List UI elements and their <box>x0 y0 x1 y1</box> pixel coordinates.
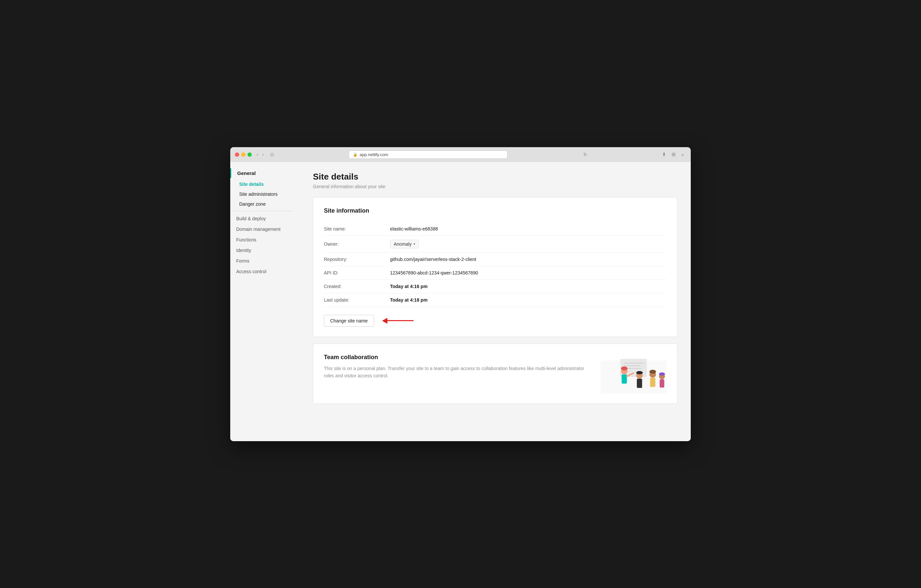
chevron-down-icon: ▾ <box>413 242 415 246</box>
site-name-label: Site name: <box>324 226 390 232</box>
arrow-indicator <box>382 318 413 324</box>
team-illustration <box>600 354 667 393</box>
add-tab-button[interactable]: + <box>679 151 686 158</box>
svg-point-13 <box>649 370 656 374</box>
button-row: Change site name <box>324 315 667 327</box>
repository-row: Repository: github.com/jayair/serverless… <box>324 253 667 266</box>
owner-label: Owner: <box>324 241 390 247</box>
address-bar: 🔒 app.netlify.com <box>349 151 508 159</box>
repository-value: github.com/jayair/serverless-stack-2-cli… <box>390 257 477 262</box>
owner-value: Anomaly <box>394 241 412 247</box>
sidebar: General Site details Site administrators… <box>230 162 300 441</box>
forward-button[interactable]: › <box>261 151 266 158</box>
page-title: Site details <box>313 172 677 182</box>
site-name-value: elastic-williams-e68388 <box>390 226 438 232</box>
api-id-value: 1234567890-abcd-1234-qwer-1234567890 <box>390 270 478 276</box>
browser-content: General Site details Site administrators… <box>230 162 691 441</box>
svg-rect-7 <box>622 374 627 383</box>
change-site-name-button[interactable]: Change site name <box>324 315 374 327</box>
arrow-line <box>387 320 413 321</box>
sidebar-toggle-button[interactable]: ⊡ <box>268 151 275 158</box>
svg-rect-17 <box>660 379 664 388</box>
site-information-card: Site information Site name: elastic-will… <box>313 197 677 337</box>
sidebar-item-danger-zone[interactable]: Danger zone <box>230 199 300 209</box>
site-name-row: Site name: elastic-williams-e68388 <box>324 222 667 236</box>
share-button[interactable]: ⬆ <box>660 151 668 158</box>
lock-icon: 🔒 <box>353 153 358 157</box>
minimize-button[interactable] <box>241 153 246 157</box>
svg-point-10 <box>636 371 643 374</box>
close-button[interactable] <box>235 153 239 157</box>
created-row: Created: Today at 4:16 pm <box>324 280 667 293</box>
sidebar-item-identity[interactable]: Identity <box>230 245 300 256</box>
last-update-value: Today at 4:18 pm <box>390 297 428 302</box>
nav-buttons: ‹ › <box>255 151 265 158</box>
new-tab-button[interactable]: ⊞ <box>670 151 678 158</box>
owner-dropdown[interactable]: Anomaly ▾ <box>390 240 419 249</box>
sidebar-item-forms[interactable]: Forms <box>230 256 300 266</box>
api-id-row: API ID: 1234567890-abcd-1234-qwer-123456… <box>324 266 667 280</box>
main-content: Site details General information about y… <box>300 162 691 441</box>
svg-point-16 <box>659 372 665 376</box>
back-button[interactable]: ‹ <box>255 151 260 158</box>
arrow-head <box>382 318 387 324</box>
repository-label: Repository: <box>324 257 390 262</box>
sidebar-general-title: General <box>230 168 300 178</box>
browser-window: ‹ › ⊡ 🔒 app.netlify.com ↻ ⬆ ⊞ + General … <box>230 147 691 441</box>
sidebar-item-domain-management[interactable]: Domain management <box>230 224 300 234</box>
url-text: app.netlify.com <box>360 152 388 157</box>
team-collaboration-title: Team collaboration <box>324 354 591 361</box>
team-collaboration-card: Team collaboration This site is on a per… <box>313 344 677 404</box>
maximize-button[interactable] <box>247 153 252 157</box>
team-collaboration-description: This site is on a personal plan. Transfe… <box>324 365 591 380</box>
sidebar-item-site-administrators[interactable]: Site administrators <box>230 189 300 199</box>
svg-point-6 <box>621 366 628 370</box>
browser-actions: ⬆ ⊞ + <box>660 151 686 158</box>
created-value: Today at 4:16 pm <box>390 284 428 289</box>
last-update-label: Last update: <box>324 297 390 302</box>
traffic-lights <box>235 153 252 157</box>
page-subtitle: General information about your site <box>313 184 677 189</box>
site-information-title: Site information <box>324 207 667 214</box>
created-label: Created: <box>324 284 390 289</box>
svg-rect-14 <box>650 378 655 387</box>
owner-row: Owner: Anomaly ▾ <box>324 236 667 253</box>
sidebar-item-functions[interactable]: Functions <box>230 234 300 245</box>
sidebar-item-build-deploy[interactable]: Build & deploy <box>230 213 300 224</box>
last-update-row: Last update: Today at 4:18 pm <box>324 293 667 307</box>
team-card-text: Team collaboration This site is on a per… <box>324 354 591 380</box>
api-id-label: API ID: <box>324 270 390 276</box>
svg-rect-11 <box>637 378 642 388</box>
sidebar-divider-1 <box>230 211 293 211</box>
sidebar-item-site-details[interactable]: Site details <box>230 179 300 189</box>
refresh-button[interactable]: ↻ <box>583 152 587 157</box>
sidebar-item-access-control[interactable]: Access control <box>230 266 300 277</box>
browser-chrome: ‹ › ⊡ 🔒 app.netlify.com ↻ ⬆ ⊞ + <box>230 147 691 162</box>
